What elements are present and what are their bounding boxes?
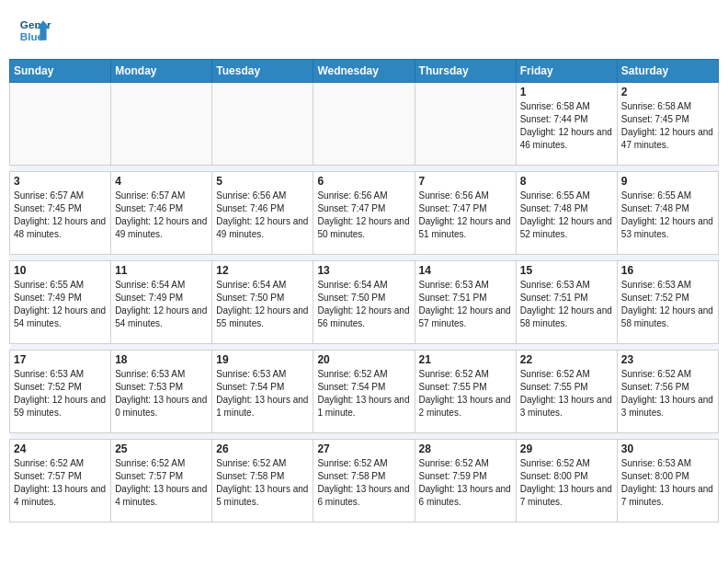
weekday-header-thursday: Thursday <box>415 60 516 83</box>
day-info: Sunrise: 6:57 AMSunset: 7:45 PMDaylight:… <box>14 190 107 241</box>
row-separator <box>10 255 719 261</box>
calendar-cell: 8Sunrise: 6:55 AMSunset: 7:48 PMDaylight… <box>516 172 617 255</box>
day-number: 23 <box>621 353 714 366</box>
calendar-cell: 11Sunrise: 6:54 AMSunset: 7:49 PMDayligh… <box>111 261 212 344</box>
day-number: 5 <box>216 175 309 188</box>
day-number: 29 <box>520 442 613 455</box>
day-number: 2 <box>621 86 714 98</box>
day-number: 17 <box>14 353 107 366</box>
calendar-cell: 5Sunrise: 6:56 AMSunset: 7:46 PMDaylight… <box>212 172 313 255</box>
day-number: 15 <box>520 264 613 277</box>
day-info: Sunrise: 6:55 AMSunset: 7:48 PMDaylight:… <box>520 190 613 241</box>
day-info: Sunrise: 6:52 AMSunset: 7:59 PMDaylight:… <box>419 457 512 509</box>
day-number: 16 <box>621 264 714 277</box>
day-info: Sunrise: 6:55 AMSunset: 7:48 PMDaylight:… <box>621 190 714 241</box>
calendar-cell: 27Sunrise: 6:52 AMSunset: 7:58 PMDayligh… <box>313 440 415 523</box>
day-info: Sunrise: 6:52 AMSunset: 7:58 PMDaylight:… <box>216 457 309 509</box>
weekday-header-row: SundayMondayTuesdayWednesdayThursdayFrid… <box>10 60 719 83</box>
calendar-cell: 25Sunrise: 6:52 AMSunset: 7:57 PMDayligh… <box>111 440 212 523</box>
day-info: Sunrise: 6:53 AMSunset: 7:52 PMDaylight:… <box>621 279 714 330</box>
calendar-cell <box>10 83 111 166</box>
day-info: Sunrise: 6:53 AMSunset: 7:54 PMDaylight:… <box>216 368 309 419</box>
row-separator <box>10 344 719 350</box>
calendar-cell: 14Sunrise: 6:53 AMSunset: 7:51 PMDayligh… <box>415 261 516 344</box>
day-number: 3 <box>14 175 107 188</box>
day-number: 8 <box>520 175 613 188</box>
calendar-cell: 4Sunrise: 6:57 AMSunset: 7:46 PMDaylight… <box>111 172 212 255</box>
day-number: 19 <box>216 353 309 366</box>
day-number: 6 <box>317 175 410 188</box>
calendar-cell <box>212 83 313 166</box>
calendar-cell: 13Sunrise: 6:54 AMSunset: 7:50 PMDayligh… <box>313 261 415 344</box>
calendar-cell <box>313 83 415 166</box>
day-number: 22 <box>520 353 613 366</box>
page-header: General Blue <box>9 9 719 52</box>
calendar-cell: 24Sunrise: 6:52 AMSunset: 7:57 PMDayligh… <box>10 440 111 523</box>
calendar-cell: 16Sunrise: 6:53 AMSunset: 7:52 PMDayligh… <box>617 261 718 344</box>
day-info: Sunrise: 6:52 AMSunset: 7:55 PMDaylight:… <box>419 368 512 419</box>
calendar-cell: 7Sunrise: 6:56 AMSunset: 7:47 PMDaylight… <box>415 172 516 255</box>
weekday-header-friday: Friday <box>516 60 617 83</box>
calendar-cell: 18Sunrise: 6:53 AMSunset: 7:53 PMDayligh… <box>111 350 212 433</box>
day-number: 30 <box>621 442 714 455</box>
calendar-cell: 21Sunrise: 6:52 AMSunset: 7:55 PMDayligh… <box>415 350 516 433</box>
day-number: 18 <box>115 353 208 366</box>
calendar-cell: 2Sunrise: 6:58 AMSunset: 7:45 PMDaylight… <box>617 83 718 166</box>
day-number: 1 <box>520 86 613 98</box>
row-separator <box>10 166 719 172</box>
day-info: Sunrise: 6:58 AMSunset: 7:44 PMDaylight:… <box>520 100 613 152</box>
day-info: Sunrise: 6:56 AMSunset: 7:47 PMDaylight:… <box>419 190 512 241</box>
calendar-cell: 17Sunrise: 6:53 AMSunset: 7:52 PMDayligh… <box>10 350 111 433</box>
calendar-cell <box>415 83 516 166</box>
day-number: 10 <box>14 264 107 277</box>
day-info: Sunrise: 6:57 AMSunset: 7:46 PMDaylight:… <box>115 190 208 241</box>
day-info: Sunrise: 6:54 AMSunset: 7:50 PMDaylight:… <box>317 279 410 330</box>
day-info: Sunrise: 6:52 AMSunset: 7:58 PMDaylight:… <box>317 457 410 509</box>
day-info: Sunrise: 6:52 AMSunset: 8:00 PMDaylight:… <box>520 457 613 509</box>
weekday-header-tuesday: Tuesday <box>212 60 313 83</box>
calendar-week-2: 3Sunrise: 6:57 AMSunset: 7:45 PMDaylight… <box>10 172 719 255</box>
day-number: 25 <box>115 442 208 455</box>
calendar-cell: 19Sunrise: 6:53 AMSunset: 7:54 PMDayligh… <box>212 350 313 433</box>
calendar-week-4: 17Sunrise: 6:53 AMSunset: 7:52 PMDayligh… <box>10 350 719 433</box>
day-info: Sunrise: 6:52 AMSunset: 7:57 PMDaylight:… <box>14 457 107 509</box>
day-number: 7 <box>419 175 512 188</box>
day-info: Sunrise: 6:52 AMSunset: 7:56 PMDaylight:… <box>621 368 714 419</box>
row-separator <box>10 433 719 440</box>
day-number: 20 <box>317 353 410 366</box>
day-info: Sunrise: 6:52 AMSunset: 7:54 PMDaylight:… <box>317 368 410 419</box>
calendar-cell: 20Sunrise: 6:52 AMSunset: 7:54 PMDayligh… <box>313 350 415 433</box>
calendar-cell: 23Sunrise: 6:52 AMSunset: 7:56 PMDayligh… <box>617 350 718 433</box>
weekday-header-sunday: Sunday <box>10 60 111 83</box>
day-info: Sunrise: 6:53 AMSunset: 7:51 PMDaylight:… <box>520 279 613 330</box>
day-info: Sunrise: 6:54 AMSunset: 7:50 PMDaylight:… <box>216 279 309 330</box>
day-info: Sunrise: 6:56 AMSunset: 7:47 PMDaylight:… <box>317 190 410 241</box>
day-number: 28 <box>419 442 512 455</box>
day-info: Sunrise: 6:53 AMSunset: 7:53 PMDaylight:… <box>115 368 208 419</box>
day-info: Sunrise: 6:53 AMSunset: 8:00 PMDaylight:… <box>621 457 714 509</box>
calendar-table: SundayMondayTuesdayWednesdayThursdayFrid… <box>9 59 719 523</box>
calendar-cell: 30Sunrise: 6:53 AMSunset: 8:00 PMDayligh… <box>617 440 718 523</box>
calendar-cell: 29Sunrise: 6:52 AMSunset: 8:00 PMDayligh… <box>516 440 617 523</box>
weekday-header-monday: Monday <box>111 60 212 83</box>
calendar-week-5: 24Sunrise: 6:52 AMSunset: 7:57 PMDayligh… <box>10 440 719 523</box>
logo: General Blue <box>18 14 55 47</box>
calendar-cell: 10Sunrise: 6:55 AMSunset: 7:49 PMDayligh… <box>10 261 111 344</box>
logo-icon: General Blue <box>18 14 51 47</box>
day-info: Sunrise: 6:58 AMSunset: 7:45 PMDaylight:… <box>621 100 714 152</box>
calendar-cell: 1Sunrise: 6:58 AMSunset: 7:44 PMDaylight… <box>516 83 617 166</box>
day-number: 24 <box>14 442 107 455</box>
day-number: 13 <box>317 264 410 277</box>
svg-text:General: General <box>20 18 51 30</box>
day-info: Sunrise: 6:52 AMSunset: 7:55 PMDaylight:… <box>520 368 613 419</box>
day-info: Sunrise: 6:56 AMSunset: 7:46 PMDaylight:… <box>216 190 309 241</box>
day-info: Sunrise: 6:55 AMSunset: 7:49 PMDaylight:… <box>14 279 107 330</box>
calendar-cell: 26Sunrise: 6:52 AMSunset: 7:58 PMDayligh… <box>212 440 313 523</box>
day-number: 26 <box>216 442 309 455</box>
day-number: 4 <box>115 175 208 188</box>
calendar-cell <box>111 83 212 166</box>
day-number: 12 <box>216 264 309 277</box>
calendar-week-1: 1Sunrise: 6:58 AMSunset: 7:44 PMDaylight… <box>10 83 719 166</box>
calendar-week-3: 10Sunrise: 6:55 AMSunset: 7:49 PMDayligh… <box>10 261 719 344</box>
day-info: Sunrise: 6:54 AMSunset: 7:49 PMDaylight:… <box>115 279 208 330</box>
